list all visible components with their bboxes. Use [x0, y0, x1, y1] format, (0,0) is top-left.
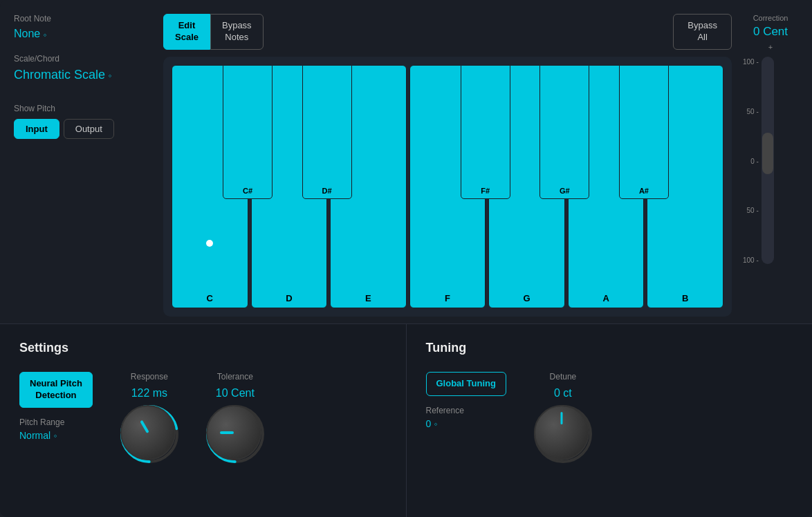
detune-knob-indicator: [560, 412, 562, 424]
show-pitch-button-group: Input Output: [14, 119, 152, 139]
global-tuning-button[interactable]: Global Tuning: [426, 372, 506, 396]
detune-knob-body: [534, 405, 589, 460]
white-key-a-label: A: [602, 293, 609, 303]
detune-value: 0 ct: [554, 387, 572, 400]
correction-slider[interactable]: [762, 57, 774, 264]
slider-label-100-bot: 100 -: [743, 256, 759, 264]
white-key-f-wrapper: F F#: [409, 65, 486, 308]
piano-keys: C C# D: [172, 65, 723, 308]
show-pitch-label: Show Pitch: [14, 104, 152, 113]
tuning-panel: Tuning Global Tuning Reference 0 ⬦ Det: [407, 324, 813, 517]
white-key-c-wrapper: C C#: [172, 65, 248, 308]
white-key-g-label: G: [524, 293, 530, 303]
tolerance-label: Tolerance: [217, 372, 253, 382]
response-group: Response 122 ms: [120, 372, 178, 463]
white-key-e-label: E: [365, 293, 371, 303]
settings-controls-row: Neural PitchDetection Pitch Range Normal…: [19, 372, 387, 463]
response-knob-body: [120, 405, 176, 460]
tolerance-knob-indicator: [220, 431, 234, 434]
tolerance-group: Tolerance 10 Cent: [206, 372, 264, 463]
black-key-fsharp-wrapper: F#: [461, 65, 510, 199]
black-key-fsharp-label: F#: [481, 187, 490, 195]
correction-value: 0 Cent: [753, 25, 788, 39]
black-key-csharp-label: C#: [243, 187, 252, 195]
input-button[interactable]: Input: [14, 119, 59, 139]
slider-label-0: 0 -: [743, 158, 759, 165]
tuning-controls-row: Global Tuning Reference 0 ⬦ Detune 0 ct: [426, 372, 793, 463]
root-note-chevron-icon: ⬦: [43, 30, 47, 38]
bypass-all-button[interactable]: BypassAll: [673, 14, 732, 50]
scale-chord-value[interactable]: Chromatic Scale ⬦: [14, 68, 152, 83]
black-key-gsharp-label: G#: [560, 187, 570, 195]
correction-plus: +: [768, 43, 773, 51]
toolbar: EditScale BypassNotes BypassAll: [163, 14, 732, 50]
pitch-dot: [206, 240, 213, 247]
pitch-range-group: Pitch Range Normal ⬦: [19, 417, 64, 441]
black-key-gsharp[interactable]: G#: [539, 65, 589, 199]
right-panel: Correction 0 Cent + 100 - 50 - 0 - 50 - …: [743, 14, 798, 317]
scale-chord-chevron-icon: ⬦: [108, 71, 112, 79]
detune-knob[interactable]: [534, 405, 592, 463]
slider-labels: 100 - 50 - 0 - 50 - 100 -: [743, 57, 759, 264]
black-key-asharp-label: A#: [639, 187, 649, 195]
pitch-range-value[interactable]: Normal ⬦: [19, 430, 64, 441]
slider-thumb[interactable]: [762, 133, 773, 174]
correction-label: Correction: [753, 14, 788, 22]
settings-panel: Settings Neural PitchDetection Pitch Ran…: [0, 324, 407, 517]
neural-pitch-button[interactable]: Neural PitchDetection: [19, 372, 93, 408]
scale-chord-group: Scale/Chord Chromatic Scale ⬦: [14, 54, 152, 83]
slider-label-50-bot: 50 -: [743, 207, 759, 214]
response-knob[interactable]: [120, 405, 178, 463]
black-key-dsharp-wrapper: D#: [302, 65, 352, 199]
piano-container: C C# D: [163, 57, 732, 317]
global-tuning-col: Global Tuning Reference 0 ⬦: [426, 372, 506, 429]
slider-container: 100 - 50 - 0 - 50 - 100 -: [743, 57, 798, 317]
tolerance-knob-body: [206, 405, 261, 460]
black-key-csharp-wrapper: C#: [223, 65, 273, 199]
app-container: Root Note None ⬦ Scale/Chord Chromatic S…: [0, 0, 812, 517]
black-key-dsharp-label: D#: [322, 187, 332, 195]
reference-group: Reference 0 ⬦: [426, 406, 464, 429]
white-key-b-label: B: [682, 293, 688, 303]
black-key-dsharp[interactable]: D#: [302, 65, 352, 199]
bottom-section: Settings Neural PitchDetection Pitch Ran…: [0, 323, 812, 517]
settings-title: Settings: [19, 341, 387, 355]
tuning-title: Tuning: [426, 341, 793, 355]
tolerance-value: 10 Cent: [216, 387, 255, 400]
white-key-f-label: F: [445, 293, 450, 303]
response-value: 122 ms: [131, 387, 167, 400]
response-label: Response: [131, 372, 168, 382]
root-note-group: Root Note None ⬦: [14, 14, 152, 40]
white-key-d-label: D: [286, 293, 292, 303]
pitch-range-label: Pitch Range: [19, 417, 64, 427]
tolerance-knob[interactable]: [206, 405, 264, 463]
neural-col: Neural PitchDetection Pitch Range Normal…: [19, 372, 93, 441]
edit-scale-button[interactable]: EditScale: [163, 14, 210, 50]
scale-chord-label: Scale/Chord: [14, 54, 152, 64]
black-key-asharp[interactable]: A#: [619, 65, 669, 199]
reference-value[interactable]: 0 ⬦: [426, 418, 464, 429]
top-section: Root Note None ⬦ Scale/Chord Chromatic S…: [0, 0, 812, 323]
white-key-c-label: C: [207, 293, 213, 303]
root-note-value[interactable]: None ⬦: [14, 28, 152, 40]
show-pitch-section: Show Pitch Input Output: [14, 104, 152, 139]
reference-label: Reference: [426, 406, 464, 415]
reference-chevron-icon: ⬦: [434, 420, 438, 427]
pitch-range-chevron-icon: ⬦: [53, 431, 57, 439]
root-note-label: Root Note: [14, 14, 152, 24]
output-button[interactable]: Output: [64, 119, 114, 139]
black-key-fsharp[interactable]: F#: [461, 65, 510, 199]
toolbar-left: EditScale BypassNotes: [163, 14, 264, 50]
detune-group: Detune 0 ct: [534, 372, 592, 463]
detune-label: Detune: [550, 372, 577, 382]
black-key-asharp-wrapper: A#: [619, 65, 669, 199]
left-panel: Root Note None ⬦ Scale/Chord Chromatic S…: [14, 14, 152, 317]
slider-label-50-top: 50 -: [743, 108, 759, 115]
slider-label-100-top: 100 -: [743, 58, 759, 66]
black-key-csharp[interactable]: C#: [223, 65, 273, 199]
bypass-notes-button[interactable]: BypassNotes: [210, 14, 264, 50]
center-panel: EditScale BypassNotes BypassAll C: [163, 14, 732, 317]
response-knob-indicator: [140, 420, 149, 433]
black-key-gsharp-wrapper: G#: [539, 65, 589, 199]
